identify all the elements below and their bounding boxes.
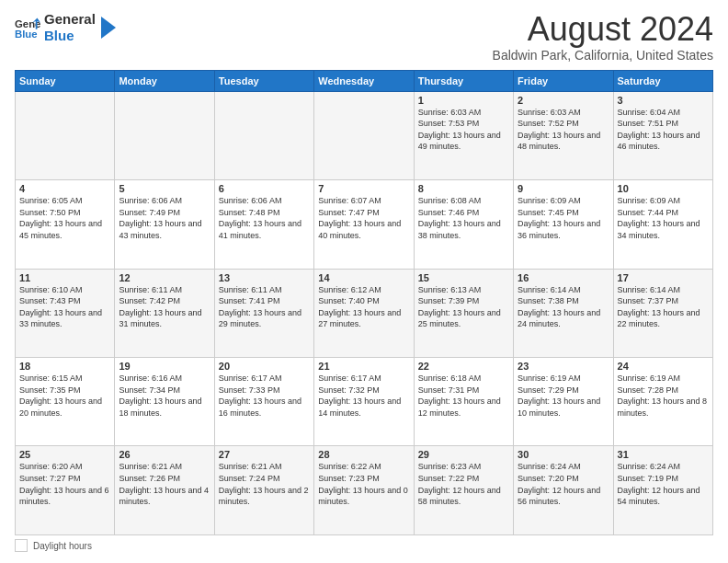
day-info: Sunrise: 6:09 AM Sunset: 7:44 PM Dayligh…: [618, 195, 709, 241]
day-number: 18: [19, 361, 110, 372]
day-info: Sunrise: 6:17 AM Sunset: 7:33 PM Dayligh…: [219, 373, 310, 419]
table-row: 3Sunrise: 6:04 AM Sunset: 7:51 PM Daylig…: [613, 91, 712, 179]
table-row: [214, 91, 313, 179]
day-info: Sunrise: 6:24 AM Sunset: 7:20 PM Dayligh…: [518, 461, 609, 507]
day-info: Sunrise: 6:04 AM Sunset: 7:51 PM Dayligh…: [618, 107, 709, 153]
day-number: 22: [418, 361, 509, 372]
day-number: 19: [119, 361, 210, 372]
day-number: 30: [518, 449, 609, 460]
day-number: 21: [318, 361, 409, 372]
table-row: 17Sunrise: 6:14 AM Sunset: 7:37 PM Dayli…: [613, 269, 712, 357]
logo: General Blue General Blue: [15, 11, 118, 44]
day-number: 10: [618, 183, 709, 194]
table-row: 31Sunrise: 6:24 AM Sunset: 7:19 PM Dayli…: [613, 446, 712, 535]
day-info: Sunrise: 6:03 AM Sunset: 7:53 PM Dayligh…: [418, 107, 509, 153]
day-number: 5: [119, 183, 210, 194]
day-number: 6: [219, 183, 310, 194]
day-info: Sunrise: 6:03 AM Sunset: 7:52 PM Dayligh…: [518, 107, 609, 153]
table-row: 21Sunrise: 6:17 AM Sunset: 7:32 PM Dayli…: [314, 358, 414, 446]
table-row: 10Sunrise: 6:09 AM Sunset: 7:44 PM Dayli…: [613, 180, 712, 269]
day-info: Sunrise: 6:10 AM Sunset: 7:43 PM Dayligh…: [19, 284, 110, 330]
day-info: Sunrise: 6:14 AM Sunset: 7:37 PM Dayligh…: [618, 284, 709, 330]
day-number: 4: [19, 183, 110, 194]
day-info: Sunrise: 6:07 AM Sunset: 7:47 PM Dayligh…: [318, 195, 409, 241]
table-row: 26Sunrise: 6:21 AM Sunset: 7:26 PM Dayli…: [115, 446, 214, 535]
day-info: Sunrise: 6:20 AM Sunset: 7:27 PM Dayligh…: [19, 461, 110, 507]
logo-arrow-icon: [99, 15, 118, 40]
col-tuesday: Tuesday: [214, 70, 313, 91]
day-number: 20: [219, 361, 310, 372]
table-row: [16, 91, 115, 179]
table-row: 29Sunrise: 6:23 AM Sunset: 7:22 PM Dayli…: [414, 446, 513, 535]
month-title: August 2024: [493, 11, 713, 48]
day-info: Sunrise: 6:16 AM Sunset: 7:34 PM Dayligh…: [119, 373, 210, 419]
table-row: 1Sunrise: 6:03 AM Sunset: 7:53 PM Daylig…: [414, 91, 513, 179]
table-row: 14Sunrise: 6:12 AM Sunset: 7:40 PM Dayli…: [314, 269, 414, 357]
day-info: Sunrise: 6:19 AM Sunset: 7:28 PM Dayligh…: [618, 373, 709, 419]
day-number: 16: [518, 272, 609, 283]
day-info: Sunrise: 6:18 AM Sunset: 7:31 PM Dayligh…: [418, 373, 509, 419]
calendar-week-row: 4Sunrise: 6:05 AM Sunset: 7:50 PM Daylig…: [16, 180, 713, 269]
table-row: 25Sunrise: 6:20 AM Sunset: 7:27 PM Dayli…: [16, 446, 115, 535]
day-info: Sunrise: 6:21 AM Sunset: 7:26 PM Dayligh…: [119, 461, 210, 507]
day-number: 31: [618, 449, 709, 460]
table-row: 9Sunrise: 6:09 AM Sunset: 7:45 PM Daylig…: [514, 180, 613, 269]
day-info: Sunrise: 6:13 AM Sunset: 7:39 PM Dayligh…: [418, 284, 509, 330]
day-number: 26: [119, 449, 210, 460]
day-info: Sunrise: 6:22 AM Sunset: 7:23 PM Dayligh…: [318, 461, 409, 507]
daylight-box: [15, 539, 28, 552]
table-row: [314, 91, 414, 179]
calendar-week-row: 1Sunrise: 6:03 AM Sunset: 7:53 PM Daylig…: [16, 91, 713, 179]
table-row: 7Sunrise: 6:07 AM Sunset: 7:47 PM Daylig…: [314, 180, 414, 269]
col-thursday: Thursday: [414, 70, 513, 91]
day-number: 24: [618, 361, 709, 372]
day-info: Sunrise: 6:19 AM Sunset: 7:29 PM Dayligh…: [518, 373, 609, 419]
day-number: 2: [518, 95, 609, 106]
day-info: Sunrise: 6:12 AM Sunset: 7:40 PM Dayligh…: [318, 284, 409, 330]
calendar-week-row: 11Sunrise: 6:10 AM Sunset: 7:43 PM Dayli…: [16, 269, 713, 357]
table-row: 18Sunrise: 6:15 AM Sunset: 7:35 PM Dayli…: [16, 358, 115, 446]
header: General Blue General Blue August 2024 Ba…: [15, 11, 713, 63]
day-info: Sunrise: 6:05 AM Sunset: 7:50 PM Dayligh…: [19, 195, 110, 241]
col-monday: Monday: [115, 70, 214, 91]
day-number: 1: [418, 95, 509, 106]
day-number: 27: [219, 449, 310, 460]
footer: Daylight hours: [15, 539, 713, 552]
table-row: 11Sunrise: 6:10 AM Sunset: 7:43 PM Dayli…: [16, 269, 115, 357]
day-number: 14: [318, 272, 409, 283]
day-info: Sunrise: 6:06 AM Sunset: 7:49 PM Dayligh…: [119, 195, 210, 241]
table-row: 5Sunrise: 6:06 AM Sunset: 7:49 PM Daylig…: [115, 180, 214, 269]
table-row: 13Sunrise: 6:11 AM Sunset: 7:41 PM Dayli…: [214, 269, 313, 357]
day-number: 12: [119, 272, 210, 283]
table-row: 8Sunrise: 6:08 AM Sunset: 7:46 PM Daylig…: [414, 180, 513, 269]
day-info: Sunrise: 6:15 AM Sunset: 7:35 PM Dayligh…: [19, 373, 110, 419]
day-number: 23: [518, 361, 609, 372]
table-row: 2Sunrise: 6:03 AM Sunset: 7:52 PM Daylig…: [514, 91, 613, 179]
header-right: August 2024 Baldwin Park, California, Un…: [493, 11, 713, 63]
calendar-week-row: 25Sunrise: 6:20 AM Sunset: 7:27 PM Dayli…: [16, 446, 713, 535]
day-number: 15: [418, 272, 509, 283]
table-row: 28Sunrise: 6:22 AM Sunset: 7:23 PM Dayli…: [314, 446, 414, 535]
day-number: 13: [219, 272, 310, 283]
day-info: Sunrise: 6:17 AM Sunset: 7:32 PM Dayligh…: [318, 373, 409, 419]
day-number: 7: [318, 183, 409, 194]
table-row: 12Sunrise: 6:11 AM Sunset: 7:42 PM Dayli…: [115, 269, 214, 357]
table-row: 4Sunrise: 6:05 AM Sunset: 7:50 PM Daylig…: [16, 180, 115, 269]
day-info: Sunrise: 6:06 AM Sunset: 7:48 PM Dayligh…: [219, 195, 310, 241]
col-sunday: Sunday: [16, 70, 115, 91]
day-number: 29: [418, 449, 509, 460]
table-row: 24Sunrise: 6:19 AM Sunset: 7:28 PM Dayli…: [613, 358, 712, 446]
day-number: 3: [618, 95, 709, 106]
logo-general: General: [44, 11, 96, 28]
location: Baldwin Park, California, United States: [493, 48, 713, 63]
table-row: 27Sunrise: 6:21 AM Sunset: 7:24 PM Dayli…: [214, 446, 313, 535]
day-info: Sunrise: 6:21 AM Sunset: 7:24 PM Dayligh…: [219, 461, 310, 507]
day-info: Sunrise: 6:24 AM Sunset: 7:19 PM Dayligh…: [618, 461, 709, 507]
table-row: [115, 91, 214, 179]
day-info: Sunrise: 6:23 AM Sunset: 7:22 PM Dayligh…: [418, 461, 509, 507]
table-row: 6Sunrise: 6:06 AM Sunset: 7:48 PM Daylig…: [214, 180, 313, 269]
day-info: Sunrise: 6:11 AM Sunset: 7:41 PM Dayligh…: [219, 284, 310, 330]
table-row: 22Sunrise: 6:18 AM Sunset: 7:31 PM Dayli…: [414, 358, 513, 446]
day-info: Sunrise: 6:08 AM Sunset: 7:46 PM Dayligh…: [418, 195, 509, 241]
day-number: 17: [618, 272, 709, 283]
